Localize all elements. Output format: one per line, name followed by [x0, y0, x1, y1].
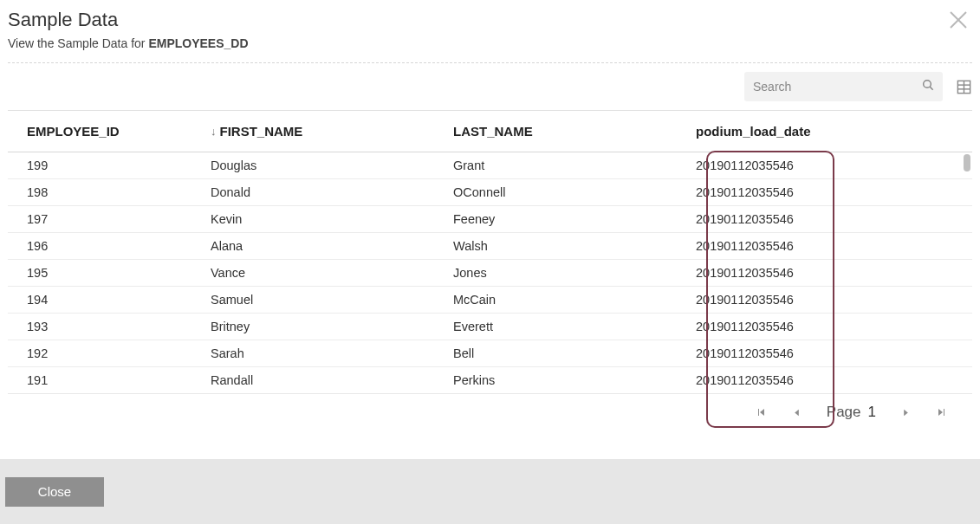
cell-last-name: Perkins — [453, 373, 696, 387]
cell-podium-load-date: 20190112035546 — [696, 346, 895, 360]
cell-podium-load-date: 20190112035546 — [696, 239, 895, 253]
subtitle-table-name: EMPLOYEES_DD — [148, 36, 248, 50]
sort-desc-icon: ↓ — [211, 125, 217, 138]
table-row[interactable]: 194SamuelMcCain20190112035546 — [8, 287, 972, 314]
svg-point-2 — [924, 81, 931, 88]
cell-podium-load-date: 20190112035546 — [696, 293, 895, 307]
column-header-first-name[interactable]: ↓ FIRST_NAME — [211, 124, 453, 139]
data-table: EMPLOYEE_ID ↓ FIRST_NAME LAST_NAME podiu… — [8, 110, 972, 393]
columns-icon[interactable] — [955, 78, 972, 95]
cell-employee-id: 199 — [8, 158, 211, 172]
cell-employee-id: 195 — [8, 266, 211, 280]
cell-podium-load-date: 20190112035546 — [696, 158, 895, 172]
subtitle-prefix: View the Sample Data for — [8, 36, 146, 50]
scrollbar-thumb[interactable] — [964, 154, 970, 171]
cell-last-name: Bell — [453, 346, 696, 360]
last-page-icon[interactable] — [935, 405, 949, 419]
table-row[interactable]: 195VanceJones20190112035546 — [8, 260, 972, 287]
table-row[interactable]: 193BritneyEverett20190112035546 — [8, 314, 972, 340]
cell-first-name: Douglas — [211, 158, 453, 172]
table-bottom-border — [8, 393, 972, 400]
svg-line-3 — [930, 87, 933, 90]
page-indicator: Page 1 — [827, 404, 876, 421]
table-body: 199DouglasGrant20190112035546198DonaldOC… — [8, 152, 972, 393]
cell-employee-id: 193 — [8, 320, 211, 333]
pagination: Page 1 — [0, 400, 980, 435]
column-header-first-name-label: FIRST_NAME — [220, 124, 303, 139]
cell-podium-load-date: 20190112035546 — [696, 212, 895, 226]
table-row[interactable]: 191RandallPerkins20190112035546 — [8, 367, 972, 393]
cell-employee-id: 192 — [8, 346, 211, 360]
cell-last-name: Jones — [453, 266, 696, 280]
cell-podium-load-date: 20190112035546 — [696, 266, 895, 280]
first-page-icon[interactable] — [754, 405, 768, 419]
cell-podium-load-date: 20190112035546 — [696, 320, 895, 333]
table-row[interactable]: 199DouglasGrant20190112035546 — [8, 152, 972, 179]
dialog-subtitle: View the Sample Data for EMPLOYEES_DD — [8, 36, 972, 50]
cell-first-name: Randall — [211, 373, 453, 387]
column-header-podium-load-date[interactable]: podium_load_date — [696, 124, 895, 139]
close-icon[interactable] — [945, 7, 971, 33]
next-page-icon[interactable] — [899, 405, 912, 419]
table-row[interactable]: 197KevinFeeney20190112035546 — [8, 206, 972, 233]
cell-last-name: McCain — [453, 293, 696, 307]
cell-first-name: Samuel — [211, 293, 453, 307]
cell-first-name: Donald — [211, 185, 453, 199]
column-header-last-name[interactable]: LAST_NAME — [453, 124, 696, 139]
cell-last-name: Grant — [453, 158, 696, 172]
cell-podium-load-date: 20190112035546 — [696, 185, 895, 199]
prev-page-icon[interactable] — [790, 405, 804, 419]
cell-last-name: OConnell — [453, 185, 696, 199]
cell-employee-id: 197 — [8, 212, 211, 226]
column-header-employee-id[interactable]: EMPLOYEE_ID — [8, 124, 211, 139]
search-icon — [921, 78, 935, 95]
cell-first-name: Kevin — [211, 212, 453, 226]
search-field[interactable] — [744, 72, 943, 101]
table-row[interactable]: 196AlanaWalsh20190112035546 — [8, 233, 972, 260]
page-label: Page — [827, 404, 861, 421]
table-header-row: EMPLOYEE_ID ↓ FIRST_NAME LAST_NAME podiu… — [8, 111, 972, 152]
cell-first-name: Sarah — [211, 346, 453, 360]
cell-first-name: Britney — [211, 320, 453, 333]
scrollbar-track[interactable] — [964, 152, 970, 393]
cell-last-name: Feeney — [453, 212, 696, 226]
page-number: 1 — [868, 404, 876, 421]
cell-employee-id: 194 — [8, 293, 211, 307]
dialog-title: Sample Data — [8, 9, 972, 31]
cell-employee-id: 191 — [8, 373, 211, 387]
cell-employee-id: 198 — [8, 185, 211, 199]
dialog-footer: Close — [0, 459, 980, 524]
close-button[interactable]: Close — [5, 477, 104, 507]
cell-last-name: Walsh — [453, 239, 696, 253]
table-row[interactable]: 192SarahBell20190112035546 — [8, 340, 972, 367]
cell-first-name: Alana — [211, 239, 453, 253]
cell-last-name: Everett — [453, 320, 696, 333]
search-input[interactable] — [744, 72, 943, 101]
cell-employee-id: 196 — [8, 239, 211, 253]
cell-podium-load-date: 20190112035546 — [696, 373, 895, 387]
table-row[interactable]: 198DonaldOConnell20190112035546 — [8, 179, 972, 206]
cell-first-name: Vance — [211, 266, 453, 280]
